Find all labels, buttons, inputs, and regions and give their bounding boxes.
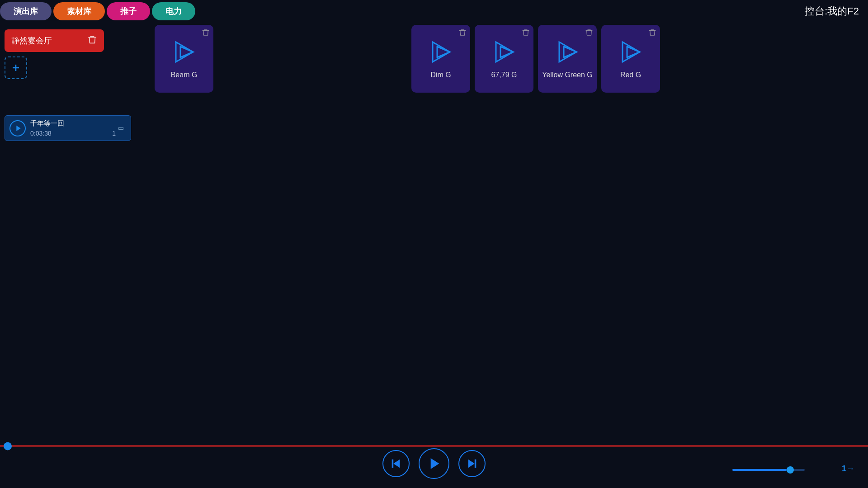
effect-play-icon-6779g <box>491 38 518 66</box>
nav-btn-演出库[interactable]: 演出库 <box>0 2 52 20</box>
play-button[interactable] <box>419 448 449 479</box>
top-nav: 演出库 素材库 推子 电力 控台:我的F2 <box>0 0 868 23</box>
effect-play-icon-red-g <box>617 38 644 66</box>
effect-label-beam-g: Beam G <box>171 71 198 79</box>
effect-trash-icon-6779g[interactable] <box>522 28 530 37</box>
loop-indicator[interactable]: 1→ <box>842 464 854 474</box>
track-play-button[interactable] <box>9 120 26 136</box>
effect-trash-icon-yellow-green-g[interactable] <box>585 28 593 37</box>
svg-marker-11 <box>176 42 193 62</box>
bottom-controls <box>0 448 868 479</box>
effect-btn-beam-g[interactable]: Beam G <box>155 25 213 93</box>
svg-marker-3 <box>433 42 450 62</box>
scene-trash-icon[interactable] <box>87 35 97 47</box>
effect-btn-6779g[interactable]: 67,79 G <box>475 25 533 93</box>
effect-trash-icon-dim-g[interactable] <box>458 28 467 37</box>
nav-btn-推子[interactable]: 推子 <box>107 2 150 20</box>
progress-bar-track <box>0 446 868 447</box>
effect-label-red-g: Red G <box>620 71 641 79</box>
svg-marker-5 <box>496 42 513 62</box>
effect-play-icon-dim-g <box>427 38 454 66</box>
track-title: 千年等一回 <box>30 119 116 128</box>
effect-trash-icon-red-g[interactable] <box>648 28 656 37</box>
effect-label-6779g: 67,79 G <box>491 71 517 79</box>
svg-marker-2 <box>16 126 20 131</box>
effect-label-dim-g: Dim G <box>430 71 451 79</box>
effect-btn-yellow-green-g[interactable]: Yellow Green G <box>538 25 597 93</box>
effect-label-yellow-green-g: Yellow Green G <box>542 71 592 79</box>
prev-button[interactable] <box>382 450 410 477</box>
right-panel: Dim G 67,79 G <box>407 20 868 97</box>
track-info: 千年等一回 0:03:38 1 <box>30 119 116 137</box>
svg-marker-13 <box>393 460 400 468</box>
svg-rect-14 <box>392 460 394 468</box>
scene-item-label: 静然宴会厅 <box>11 35 52 46</box>
volume-track[interactable] <box>732 469 805 471</box>
volume-fill <box>732 469 787 471</box>
effect-btn-dim-g[interactable]: Dim G <box>411 25 470 93</box>
next-button[interactable] <box>458 450 486 477</box>
header-title: 控台:我的F2 <box>805 5 859 18</box>
nav-btn-素材库[interactable]: 素材库 <box>53 2 105 20</box>
add-scene-button[interactable] <box>5 56 27 79</box>
track-close-icon[interactable]: ▭ <box>118 124 126 132</box>
loop-text: 1→ <box>842 464 854 474</box>
svg-marker-15 <box>431 458 439 469</box>
progress-bar-area[interactable] <box>0 445 868 447</box>
svg-rect-17 <box>475 460 476 468</box>
track-item[interactable]: 千年等一回 0:03:38 1 ▭ <box>5 115 131 141</box>
effect-play-icon-beam-g <box>170 38 198 66</box>
effect-trash-icon-beam-g[interactable] <box>202 28 210 37</box>
track-duration: 0:03:38 1 <box>30 130 116 137</box>
left-panel: 静然宴会厅 <box>0 25 108 84</box>
svg-marker-16 <box>468 460 475 468</box>
volume-thumb[interactable] <box>787 466 794 474</box>
effect-btn-red-g[interactable]: Red G <box>601 25 660 93</box>
nav-btn-电力[interactable]: 电力 <box>152 2 195 20</box>
scene-item[interactable]: 静然宴会厅 <box>5 29 104 52</box>
svg-marker-7 <box>559 42 576 62</box>
effect-play-icon-yellow-green-g <box>554 38 581 66</box>
volume-slider-area[interactable] <box>732 469 814 471</box>
svg-marker-9 <box>623 42 640 62</box>
